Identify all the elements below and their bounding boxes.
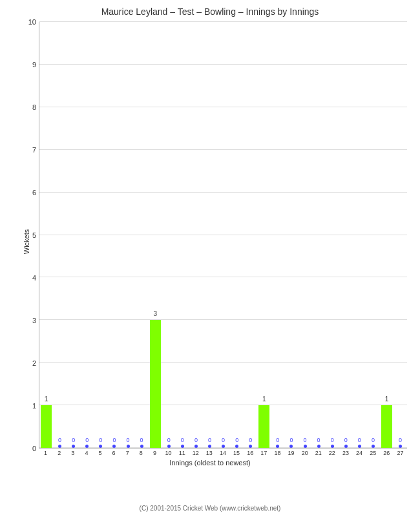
zero-dot <box>235 445 238 448</box>
bar-group: 0 <box>80 22 94 448</box>
bar: 1 <box>381 405 392 448</box>
zero-dot <box>58 445 61 448</box>
bar-group: 1 <box>380 22 394 448</box>
bar-value-label: 1 <box>385 396 389 403</box>
zero-dot <box>85 445 89 448</box>
zero-dot <box>194 445 198 448</box>
bar-group: 0 <box>189 22 203 448</box>
zero-label: 0 <box>249 437 252 443</box>
zero-dot <box>112 445 116 448</box>
zero-label: 0 <box>358 437 361 443</box>
x-tick-label: 18 <box>271 448 284 456</box>
bar-group: 0 <box>67 22 80 448</box>
x-tick-label: 17 <box>257 448 271 456</box>
chart-container: Maurice Leyland – Test – Bowling – Innin… <box>0 0 420 517</box>
x-tick-label: 3 <box>66 448 79 456</box>
zero-dot <box>249 445 252 448</box>
bar-group: 0 <box>353 22 366 448</box>
zero-dot <box>167 445 171 448</box>
zero-dot <box>140 445 143 448</box>
bar-group: 0 <box>298 22 311 448</box>
x-tick-label: 12 <box>189 448 202 456</box>
bar-group: 0 <box>230 22 244 448</box>
bar-group: 0 <box>162 22 176 448</box>
y-tick-label: 7 <box>32 146 36 154</box>
zero-label: 0 <box>85 437 89 443</box>
zero-dot <box>331 445 334 448</box>
zero-label: 0 <box>194 437 198 443</box>
bar-group: 0 <box>216 22 230 448</box>
bars-container: 100000003000000010000000010 <box>39 22 407 448</box>
x-tick-label: 1 <box>39 448 52 456</box>
y-tick-label: 2 <box>32 359 36 367</box>
bar-group: 1 <box>39 22 53 448</box>
zero-label: 0 <box>317 437 320 443</box>
x-tick-label: 13 <box>202 448 216 456</box>
y-tick-label: 8 <box>32 103 36 111</box>
bar-group: 0 <box>271 22 284 448</box>
bar-group: 0 <box>339 22 353 448</box>
x-tick-label: 26 <box>380 448 394 456</box>
x-tick-label: 2 <box>52 448 66 456</box>
bar-group: 0 <box>244 22 257 448</box>
chart-area: 012345678910 100000003000000010000000010 <box>39 22 407 448</box>
zero-dot <box>181 445 184 448</box>
x-tick-label: 9 <box>148 448 162 456</box>
zero-dot <box>304 445 307 448</box>
bar-group: 0 <box>284 22 298 448</box>
y-tick-label: 10 <box>28 18 36 26</box>
zero-dot <box>358 445 361 448</box>
bar-group: 0 <box>366 22 380 448</box>
x-tick-label: 19 <box>284 448 298 456</box>
zero-label: 0 <box>208 437 211 443</box>
zero-label: 0 <box>289 437 293 443</box>
chart-title: Maurice Leyland – Test – Bowling – Innin… <box>6 6 414 17</box>
bar-value-label: 3 <box>153 310 157 317</box>
zero-label: 0 <box>222 437 225 443</box>
bar-group: 0 <box>176 22 189 448</box>
zero-label: 0 <box>99 437 102 443</box>
bar: 1 <box>41 405 52 448</box>
bar-group: 0 <box>203 22 216 448</box>
zero-label: 0 <box>331 437 334 443</box>
x-tick-label: 27 <box>394 448 407 456</box>
x-tick-label: 4 <box>79 448 93 456</box>
zero-dot <box>208 445 211 448</box>
zero-dot <box>222 445 225 448</box>
zero-label: 0 <box>399 437 402 443</box>
x-tick-label: 22 <box>325 448 339 456</box>
bar-group: 0 <box>394 22 407 448</box>
bar: 3 <box>150 320 161 448</box>
y-tick-label: 6 <box>32 189 36 196</box>
zero-label: 0 <box>276 437 279 443</box>
bar-group: 0 <box>326 22 339 448</box>
zero-dot <box>99 445 102 448</box>
x-tick-label: 6 <box>107 448 121 456</box>
bar-group: 3 <box>149 22 162 448</box>
x-tick-label: 7 <box>121 448 134 456</box>
zero-dot <box>127 445 130 448</box>
zero-label: 0 <box>127 437 130 443</box>
x-tick-label: 24 <box>353 448 366 456</box>
bar-group: 0 <box>107 22 121 448</box>
zero-label: 0 <box>140 437 143 443</box>
x-tick-label: 25 <box>366 448 380 456</box>
copyright: (C) 2001-2015 Cricket Web (www.cricketwe… <box>0 505 420 512</box>
x-tick-label: 15 <box>230 448 244 456</box>
x-tick-label: 10 <box>162 448 175 456</box>
zero-dot <box>72 445 75 448</box>
y-tick-label: 3 <box>32 317 36 324</box>
zero-dot <box>317 445 320 448</box>
x-tick-label: 23 <box>339 448 352 456</box>
bar-group: 0 <box>312 22 326 448</box>
x-axis-labels: 1234567891011121314151617181920212223242… <box>39 448 407 456</box>
zero-dot <box>399 445 402 448</box>
y-tick-label: 1 <box>32 402 36 410</box>
x-axis-title: Innings (oldest to newest) <box>6 459 414 467</box>
zero-label: 0 <box>344 437 348 443</box>
bar-group: 1 <box>257 22 271 448</box>
zero-dot <box>372 445 375 448</box>
zero-dot <box>289 445 293 448</box>
bar-group: 0 <box>94 22 107 448</box>
bar: 1 <box>258 405 269 448</box>
